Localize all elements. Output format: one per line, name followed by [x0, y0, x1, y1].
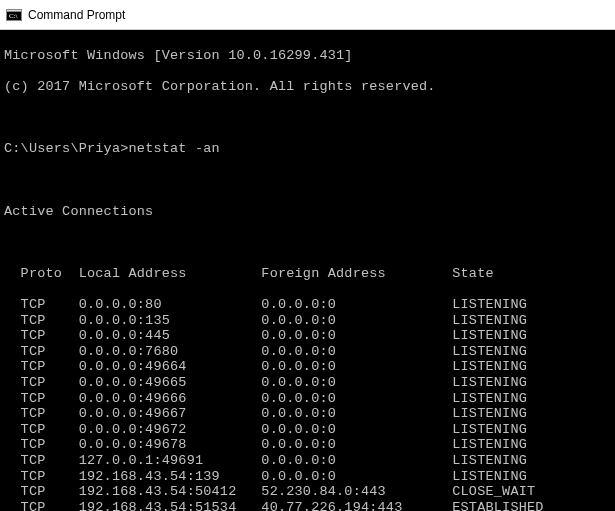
table-row: TCP 0.0.0.0:135 0.0.0.0:0 LISTENING — [4, 313, 611, 329]
cmd-icon: C:\ — [6, 7, 22, 23]
table-row: TCP 0.0.0.0:49667 0.0.0.0:0 LISTENING — [4, 406, 611, 422]
titlebar[interactable]: C:\ Command Prompt — [0, 0, 615, 30]
section-title: Active Connections — [4, 204, 611, 220]
table-body: TCP 0.0.0.0:80 0.0.0.0:0 LISTENING TCP 0… — [4, 297, 611, 511]
table-row: TCP 192.168.43.54:50412 52.230.84.0:443 … — [4, 484, 611, 500]
terminal-output[interactable]: Microsoft Windows [Version 10.0.16299.43… — [0, 30, 615, 511]
table-row: TCP 192.168.43.54:139 0.0.0.0:0 LISTENIN… — [4, 469, 611, 485]
command-text: netstat -an — [129, 141, 220, 156]
banner-line: (c) 2017 Microsoft Corporation. All righ… — [4, 79, 611, 95]
table-row: TCP 0.0.0.0:80 0.0.0.0:0 LISTENING — [4, 297, 611, 313]
window-title: Command Prompt — [28, 8, 125, 22]
table-row: TCP 127.0.0.1:49691 0.0.0.0:0 LISTENING — [4, 453, 611, 469]
svg-text:C:\: C:\ — [9, 12, 18, 20]
blank-line — [4, 110, 611, 126]
prompt-path: C:\Users\Priya> — [4, 141, 129, 156]
table-row: TCP 0.0.0.0:445 0.0.0.0:0 LISTENING — [4, 328, 611, 344]
blank-line — [4, 172, 611, 188]
table-header: Proto Local Address Foreign Address Stat… — [4, 266, 611, 282]
table-row: TCP 0.0.0.0:49665 0.0.0.0:0 LISTENING — [4, 375, 611, 391]
table-row: TCP 0.0.0.0:49678 0.0.0.0:0 LISTENING — [4, 437, 611, 453]
banner-line: Microsoft Windows [Version 10.0.16299.43… — [4, 48, 611, 64]
table-row: TCP 192.168.43.54:51534 40.77.226.194:44… — [4, 500, 611, 511]
prompt-line: C:\Users\Priya>netstat -an — [4, 141, 611, 157]
table-row: TCP 0.0.0.0:49664 0.0.0.0:0 LISTENING — [4, 359, 611, 375]
blank-line — [4, 235, 611, 251]
table-row: TCP 0.0.0.0:49672 0.0.0.0:0 LISTENING — [4, 422, 611, 438]
table-row: TCP 0.0.0.0:7680 0.0.0.0:0 LISTENING — [4, 344, 611, 360]
table-row: TCP 0.0.0.0:49666 0.0.0.0:0 LISTENING — [4, 391, 611, 407]
